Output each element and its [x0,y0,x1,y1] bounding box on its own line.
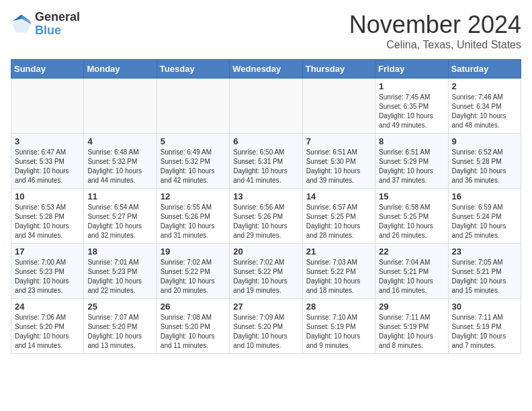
day-number: 28 [306,302,371,312]
day-of-week-header: Saturday [448,60,521,79]
calendar-day-cell: 7Sunrise: 6:51 AM Sunset: 5:30 PM Daylig… [302,134,375,189]
calendar-day-cell: 12Sunrise: 6:55 AM Sunset: 5:26 PM Dayli… [157,189,229,244]
day-number: 12 [161,191,226,201]
day-number: 5 [161,136,226,146]
day-info: Sunrise: 6:51 AM Sunset: 5:30 PM Dayligh… [306,148,371,185]
calendar-day-cell: 13Sunrise: 6:56 AM Sunset: 5:26 PM Dayli… [230,189,302,244]
calendar-day-cell: 3Sunrise: 6:47 AM Sunset: 5:33 PM Daylig… [11,134,84,189]
calendar-day-cell: 2Sunrise: 7:46 AM Sunset: 6:34 PM Daylig… [448,79,521,134]
day-info: Sunrise: 7:01 AM Sunset: 5:23 PM Dayligh… [87,258,152,295]
day-number: 17 [15,246,80,257]
day-info: Sunrise: 7:09 AM Sunset: 5:20 PM Dayligh… [233,313,298,351]
day-info: Sunrise: 6:52 AM Sunset: 5:28 PM Dayligh… [452,148,517,185]
day-info: Sunrise: 7:08 AM Sunset: 5:20 PM Dayligh… [161,313,226,351]
day-info: Sunrise: 6:49 AM Sunset: 5:32 PM Dayligh… [161,148,226,185]
day-number: 11 [87,191,152,201]
day-of-week-header: Thursday [302,60,375,79]
calendar-day-cell [11,79,84,134]
calendar-day-cell: 17Sunrise: 7:00 AM Sunset: 5:23 PM Dayli… [11,244,84,299]
calendar-day-cell: 8Sunrise: 6:51 AM Sunset: 5:29 PM Daylig… [375,134,448,189]
day-of-week-header: Friday [375,60,448,79]
calendar-day-cell: 11Sunrise: 6:54 AM Sunset: 5:27 PM Dayli… [84,189,157,244]
day-of-week-header: Wednesday [230,60,302,79]
day-number: 18 [87,246,152,257]
calendar-week-row: 1Sunrise: 7:45 AM Sunset: 6:35 PM Daylig… [11,79,521,134]
day-info: Sunrise: 7:04 AM Sunset: 5:21 PM Dayligh… [379,258,444,295]
title-block: November 2024 Celina, Texas, United Stat… [349,11,521,51]
day-number: 16 [452,191,517,201]
day-info: Sunrise: 7:07 AM Sunset: 5:20 PM Dayligh… [87,313,152,351]
day-number: 26 [161,302,226,312]
calendar-day-cell: 16Sunrise: 6:59 AM Sunset: 5:24 PM Dayli… [448,189,521,244]
calendar-day-cell: 24Sunrise: 7:06 AM Sunset: 5:20 PM Dayli… [11,299,84,354]
day-number: 15 [379,191,444,201]
calendar-day-cell: 22Sunrise: 7:04 AM Sunset: 5:21 PM Dayli… [375,244,448,299]
calendar-day-cell: 1Sunrise: 7:45 AM Sunset: 6:35 PM Daylig… [375,79,448,134]
calendar-week-row: 17Sunrise: 7:00 AM Sunset: 5:23 PM Dayli… [11,244,521,299]
day-info: Sunrise: 7:02 AM Sunset: 5:22 PM Dayligh… [233,258,298,295]
calendar-day-cell: 27Sunrise: 7:09 AM Sunset: 5:20 PM Dayli… [230,299,302,354]
day-info: Sunrise: 6:55 AM Sunset: 5:26 PM Dayligh… [161,203,226,240]
calendar-day-cell [84,79,157,134]
day-info: Sunrise: 7:11 AM Sunset: 5:19 PM Dayligh… [379,313,444,351]
day-info: Sunrise: 6:50 AM Sunset: 5:31 PM Dayligh… [233,148,298,185]
calendar-day-cell [302,79,375,134]
day-info: Sunrise: 7:03 AM Sunset: 5:22 PM Dayligh… [306,258,371,295]
day-info: Sunrise: 6:53 AM Sunset: 5:28 PM Dayligh… [15,203,80,240]
calendar-day-cell: 18Sunrise: 7:01 AM Sunset: 5:23 PM Dayli… [84,244,157,299]
day-number: 24 [15,302,80,312]
logo-icon [11,13,32,35]
calendar-day-cell: 4Sunrise: 6:48 AM Sunset: 5:32 PM Daylig… [84,134,157,189]
day-number: 8 [379,136,444,146]
day-number: 23 [452,246,517,257]
day-info: Sunrise: 6:59 AM Sunset: 5:24 PM Dayligh… [452,203,517,240]
calendar: SundayMondayTuesdayWednesdayThursdayFrid… [11,59,521,354]
day-number: 3 [15,136,80,146]
calendar-day-cell: 20Sunrise: 7:02 AM Sunset: 5:22 PM Dayli… [230,244,302,299]
calendar-week-row: 3Sunrise: 6:47 AM Sunset: 5:33 PM Daylig… [11,134,521,189]
day-number: 1 [379,81,444,91]
day-info: Sunrise: 6:58 AM Sunset: 5:25 PM Dayligh… [379,203,444,240]
day-info: Sunrise: 6:51 AM Sunset: 5:29 PM Dayligh… [379,148,444,185]
logo-general: General [35,10,80,24]
calendar-day-cell: 28Sunrise: 7:10 AM Sunset: 5:19 PM Dayli… [302,299,375,354]
location: Celina, Texas, United States [349,39,521,51]
day-number: 7 [306,136,371,146]
day-info: Sunrise: 6:54 AM Sunset: 5:27 PM Dayligh… [87,203,152,240]
day-number: 25 [87,302,152,312]
day-of-week-header: Tuesday [157,60,229,79]
day-info: Sunrise: 7:06 AM Sunset: 5:20 PM Dayligh… [15,313,80,351]
calendar-day-cell: 15Sunrise: 6:58 AM Sunset: 5:25 PM Dayli… [375,189,448,244]
day-info: Sunrise: 7:45 AM Sunset: 6:35 PM Dayligh… [379,93,444,130]
day-number: 29 [379,302,444,312]
day-number: 4 [87,136,152,146]
day-info: Sunrise: 7:05 AM Sunset: 5:21 PM Dayligh… [452,258,517,295]
day-number: 14 [306,191,371,201]
day-number: 2 [452,81,517,91]
page-header: General Blue November 2024 Celina, Texas… [11,11,521,51]
calendar-day-cell: 21Sunrise: 7:03 AM Sunset: 5:22 PM Dayli… [302,244,375,299]
calendar-day-cell: 6Sunrise: 6:50 AM Sunset: 5:31 PM Daylig… [230,134,302,189]
calendar-day-cell: 25Sunrise: 7:07 AM Sunset: 5:20 PM Dayli… [84,299,157,354]
calendar-day-cell: 19Sunrise: 7:02 AM Sunset: 5:22 PM Dayli… [157,244,229,299]
month-title: November 2024 [349,11,521,39]
calendar-day-cell: 10Sunrise: 6:53 AM Sunset: 5:28 PM Dayli… [11,189,84,244]
day-of-week-header: Monday [84,60,157,79]
calendar-week-row: 10Sunrise: 6:53 AM Sunset: 5:28 PM Dayli… [11,189,521,244]
day-number: 30 [452,302,517,312]
day-info: Sunrise: 7:02 AM Sunset: 5:22 PM Dayligh… [161,258,226,295]
logo-text: General Blue [35,11,80,38]
day-number: 20 [233,246,298,257]
day-number: 27 [233,302,298,312]
logo-blue: Blue [35,24,61,37]
calendar-day-cell [157,79,229,134]
day-info: Sunrise: 6:56 AM Sunset: 5:26 PM Dayligh… [233,203,298,240]
calendar-header-row: SundayMondayTuesdayWednesdayThursdayFrid… [11,60,521,79]
logo: General Blue [11,11,80,38]
calendar-day-cell: 9Sunrise: 6:52 AM Sunset: 5:28 PM Daylig… [448,134,521,189]
calendar-day-cell: 14Sunrise: 6:57 AM Sunset: 5:25 PM Dayli… [302,189,375,244]
day-info: Sunrise: 7:10 AM Sunset: 5:19 PM Dayligh… [306,313,371,351]
day-number: 6 [233,136,298,146]
day-number: 10 [15,191,80,201]
day-info: Sunrise: 7:46 AM Sunset: 6:34 PM Dayligh… [452,93,517,130]
